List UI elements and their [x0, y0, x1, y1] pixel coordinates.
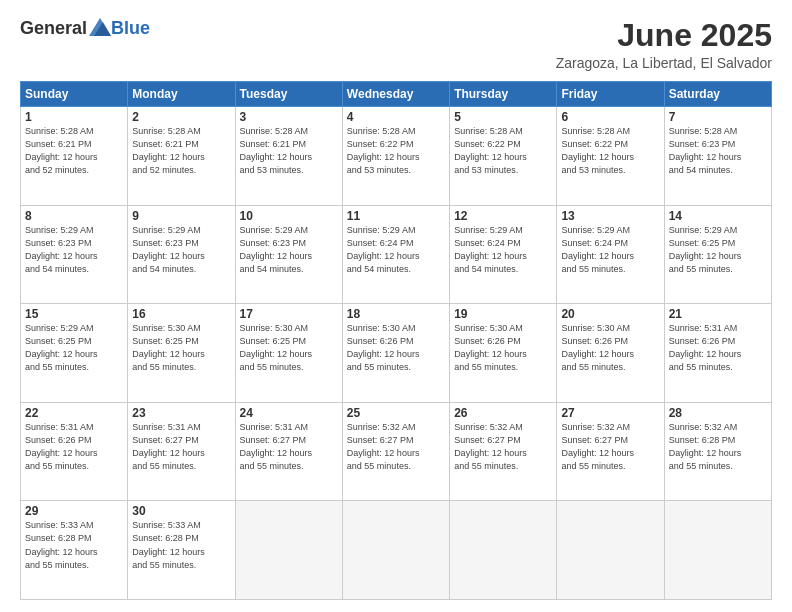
day-14: 14 Sunrise: 5:29 AMSunset: 6:25 PMDaylig…: [664, 205, 771, 304]
logo-general-text: General: [20, 18, 87, 39]
col-friday: Friday: [557, 82, 664, 107]
location: Zaragoza, La Libertad, El Salvador: [556, 55, 772, 71]
empty-cell-3: [450, 501, 557, 600]
day-9: 9 Sunrise: 5:29 AMSunset: 6:23 PMDayligh…: [128, 205, 235, 304]
day-28: 28 Sunrise: 5:32 AMSunset: 6:28 PMDaylig…: [664, 402, 771, 501]
week-5: 29 Sunrise: 5:33 AMSunset: 6:28 PMDaylig…: [21, 501, 772, 600]
day-19: 19 Sunrise: 5:30 AMSunset: 6:26 PMDaylig…: [450, 304, 557, 403]
day-13: 13 Sunrise: 5:29 AMSunset: 6:24 PMDaylig…: [557, 205, 664, 304]
empty-cell-5: [664, 501, 771, 600]
day-15: 15 Sunrise: 5:29 AMSunset: 6:25 PMDaylig…: [21, 304, 128, 403]
day-18: 18 Sunrise: 5:30 AMSunset: 6:26 PMDaylig…: [342, 304, 449, 403]
day-2: 2 Sunrise: 5:28 AMSunset: 6:21 PMDayligh…: [128, 107, 235, 206]
day-12: 12 Sunrise: 5:29 AMSunset: 6:24 PMDaylig…: [450, 205, 557, 304]
day-21: 21 Sunrise: 5:31 AMSunset: 6:26 PMDaylig…: [664, 304, 771, 403]
header: General Blue June 2025 Zaragoza, La Libe…: [20, 18, 772, 71]
week-3: 15 Sunrise: 5:29 AMSunset: 6:25 PMDaylig…: [21, 304, 772, 403]
day-5: 5 Sunrise: 5:28 AMSunset: 6:22 PMDayligh…: [450, 107, 557, 206]
week-4: 22 Sunrise: 5:31 AMSunset: 6:26 PMDaylig…: [21, 402, 772, 501]
month-title: June 2025: [556, 18, 772, 53]
day-20: 20 Sunrise: 5:30 AMSunset: 6:26 PMDaylig…: [557, 304, 664, 403]
day-10: 10 Sunrise: 5:29 AMSunset: 6:23 PMDaylig…: [235, 205, 342, 304]
day-22: 22 Sunrise: 5:31 AMSunset: 6:26 PMDaylig…: [21, 402, 128, 501]
day-1: 1 Sunrise: 5:28 AMSunset: 6:21 PMDayligh…: [21, 107, 128, 206]
week-1: 1 Sunrise: 5:28 AMSunset: 6:21 PMDayligh…: [21, 107, 772, 206]
logo: General Blue: [20, 18, 150, 39]
day-7: 7 Sunrise: 5:28 AMSunset: 6:23 PMDayligh…: [664, 107, 771, 206]
day-16: 16 Sunrise: 5:30 AMSunset: 6:25 PMDaylig…: [128, 304, 235, 403]
page: General Blue June 2025 Zaragoza, La Libe…: [0, 0, 792, 612]
day-26: 26 Sunrise: 5:32 AMSunset: 6:27 PMDaylig…: [450, 402, 557, 501]
col-monday: Monday: [128, 82, 235, 107]
logo-icon: [89, 18, 111, 36]
empty-cell-2: [342, 501, 449, 600]
empty-cell-4: [557, 501, 664, 600]
col-saturday: Saturday: [664, 82, 771, 107]
logo-blue-text: Blue: [111, 18, 150, 39]
header-row: Sunday Monday Tuesday Wednesday Thursday…: [21, 82, 772, 107]
day-29: 29 Sunrise: 5:33 AMSunset: 6:28 PMDaylig…: [21, 501, 128, 600]
day-27: 27 Sunrise: 5:32 AMSunset: 6:27 PMDaylig…: [557, 402, 664, 501]
week-2: 8 Sunrise: 5:29 AMSunset: 6:23 PMDayligh…: [21, 205, 772, 304]
day-8: 8 Sunrise: 5:29 AMSunset: 6:23 PMDayligh…: [21, 205, 128, 304]
col-thursday: Thursday: [450, 82, 557, 107]
day-4: 4 Sunrise: 5:28 AMSunset: 6:22 PMDayligh…: [342, 107, 449, 206]
day-3: 3 Sunrise: 5:28 AMSunset: 6:21 PMDayligh…: [235, 107, 342, 206]
day-25: 25 Sunrise: 5:32 AMSunset: 6:27 PMDaylig…: [342, 402, 449, 501]
title-block: June 2025 Zaragoza, La Libertad, El Salv…: [556, 18, 772, 71]
col-sunday: Sunday: [21, 82, 128, 107]
day-17: 17 Sunrise: 5:30 AMSunset: 6:25 PMDaylig…: [235, 304, 342, 403]
day-6: 6 Sunrise: 5:28 AMSunset: 6:22 PMDayligh…: [557, 107, 664, 206]
day-23: 23 Sunrise: 5:31 AMSunset: 6:27 PMDaylig…: [128, 402, 235, 501]
col-tuesday: Tuesday: [235, 82, 342, 107]
day-11: 11 Sunrise: 5:29 AMSunset: 6:24 PMDaylig…: [342, 205, 449, 304]
empty-cell-1: [235, 501, 342, 600]
day-30: 30 Sunrise: 5:33 AMSunset: 6:28 PMDaylig…: [128, 501, 235, 600]
calendar-table: Sunday Monday Tuesday Wednesday Thursday…: [20, 81, 772, 600]
day-24: 24 Sunrise: 5:31 AMSunset: 6:27 PMDaylig…: [235, 402, 342, 501]
col-wednesday: Wednesday: [342, 82, 449, 107]
